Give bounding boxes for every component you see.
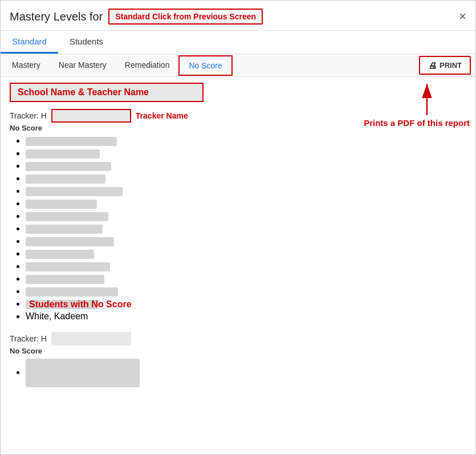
modal-title-text: Mastery Levels for [10, 10, 103, 23]
student-name-block [26, 237, 114, 246]
students-annotation: Students with No Score [29, 299, 132, 310]
list-item [26, 186, 466, 196]
school-name-label: School Name & Teacher Name [18, 87, 149, 98]
modal-title: Mastery Levels for Standard Click from P… [10, 9, 263, 25]
tracker-section-2: Tracker: H No Score [10, 332, 466, 387]
student-name-block [26, 212, 108, 221]
list-item [26, 261, 466, 271]
content-area: Prints a PDF of this report School Name … [1, 77, 475, 454]
student-name-block [26, 187, 123, 196]
last-student-name: White, Kadeem [26, 311, 88, 321]
tracker-annotation: Tracker Name [136, 111, 188, 120]
modal-container: Mastery Levels for Standard Click from P… [0, 0, 476, 455]
print-icon: 🖨 [428, 60, 437, 70]
student-name-block [26, 287, 118, 296]
students-list-1: White, Kadeem [10, 136, 466, 322]
tab-remediation[interactable]: Remediation [116, 55, 179, 76]
list-item [26, 136, 466, 146]
tab-no-score[interactable]: No Score [178, 55, 232, 76]
students-list-2 [10, 359, 466, 387]
list-item [26, 249, 466, 259]
last-student-item: White, Kadeem [26, 311, 466, 322]
tracker-label-2: Tracker: H [10, 332, 466, 346]
tracker-prefix-1: Tracker: H [10, 111, 47, 120]
arrow-up-icon [400, 78, 434, 118]
list-item [26, 224, 466, 234]
annotation-print-area: Prints a PDF of this report [364, 78, 470, 130]
list-item [26, 211, 466, 221]
modal-header: Mastery Levels for Standard Click from P… [1, 1, 475, 31]
top-tabs: Standard Students [1, 31, 475, 54]
print-button[interactable]: 🖨 PRINT [419, 56, 471, 75]
list-item [26, 286, 466, 296]
list-item [26, 198, 466, 209]
student-name-block [26, 162, 111, 171]
print-label: PRINT [440, 61, 462, 70]
student-name-block [26, 262, 110, 271]
no-score-label-2: No Score [10, 347, 466, 355]
list-item [26, 359, 466, 387]
tab-standard[interactable]: Standard [1, 31, 58, 54]
list-item [26, 236, 466, 246]
tab-students[interactable]: Students [58, 31, 115, 54]
list-item [26, 161, 466, 171]
student-name-block [26, 149, 100, 159]
close-button[interactable]: × [459, 10, 466, 23]
student-name-block [26, 174, 105, 184]
tab-near-mastery[interactable]: Near Mastery [50, 55, 116, 76]
sub-tabs-bar: Mastery Near Mastery Remediation No Scor… [1, 54, 475, 77]
tracker-section-1: Tracker: H Tracker Name No Score [10, 109, 466, 322]
student-name-block [26, 200, 97, 209]
sub-tabs: Mastery Near Mastery Remediation No Scor… [3, 55, 417, 76]
student-name-block [26, 137, 117, 146]
list-item [26, 274, 466, 284]
student-name-block [26, 275, 104, 284]
student-name-block [26, 250, 94, 259]
school-name-bar: School Name & Teacher Name [10, 83, 204, 102]
tracker-prefix-2: Tracker: H [10, 334, 47, 343]
list-item [26, 148, 466, 159]
annotation-standard-click: Standard Click from Previous Screen [108, 9, 263, 25]
student-name-block [26, 225, 103, 234]
tab-mastery[interactable]: Mastery [3, 55, 50, 76]
list-item [26, 173, 466, 184]
annotation-print-text: Prints a PDF of this report [364, 118, 470, 128]
student-name-block [26, 359, 140, 387]
